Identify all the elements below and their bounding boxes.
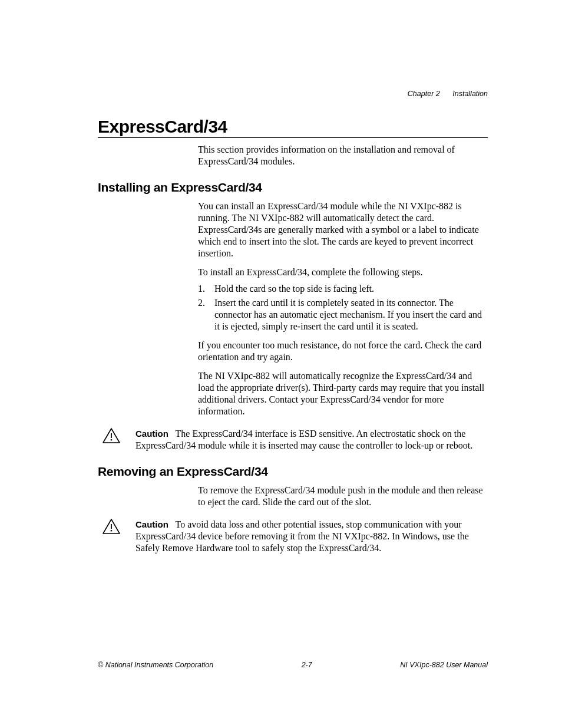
caution-label: Caution	[135, 519, 168, 529]
caution-label: Caution	[135, 429, 168, 439]
caution-icon	[103, 519, 135, 554]
caution-text: Caution The ExpressCard/34 interface is …	[135, 428, 488, 452]
page-title: ExpressCard/34	[98, 117, 488, 138]
caution-body: The ExpressCard/34 interface is ESD sens…	[135, 429, 472, 450]
caution-body: To avoid data loss and other potential i…	[135, 519, 469, 553]
running-header: Chapter 2 Installation	[408, 90, 488, 98]
caution-block: Caution To avoid data loss and other pot…	[103, 519, 488, 554]
body-paragraph: To install an ExpressCard/34, complete t…	[198, 266, 488, 278]
body-paragraph: The NI VXIpc-882 will automatically reco…	[198, 370, 488, 417]
section-heading-installing: Installing an ExpressCard/34	[98, 180, 488, 195]
footer-page-number: 2-7	[302, 661, 312, 669]
list-item: 2. Insert the card until it is completel…	[198, 297, 488, 332]
chapter-label: Chapter 2	[408, 90, 440, 98]
install-steps-list: 1. Hold the card so the top side is faci…	[198, 283, 488, 332]
footer-copyright: © National Instruments Corporation	[98, 661, 213, 669]
chapter-title: Installation	[452, 90, 488, 98]
svg-point-1	[111, 439, 113, 441]
step-text: Insert the card until it is completely s…	[214, 297, 488, 332]
section-heading-removing: Removing an ExpressCard/34	[98, 465, 488, 479]
body-paragraph: If you encounter too much resistance, do…	[198, 340, 488, 363]
svg-point-3	[111, 530, 113, 532]
body-paragraph: To remove the ExpressCard/34 module push…	[198, 485, 488, 508]
step-number: 2.	[198, 297, 214, 332]
step-text: Hold the card so the top side is facing …	[214, 283, 488, 295]
caution-text: Caution To avoid data loss and other pot…	[135, 519, 488, 554]
body-paragraph: You can install an ExpressCard/34 module…	[198, 200, 488, 259]
page-footer: © National Instruments Corporation 2-7 N…	[98, 661, 488, 669]
footer-manual-title: NI VXIpc-882 User Manual	[400, 661, 488, 669]
step-number: 1.	[198, 283, 214, 295]
list-item: 1. Hold the card so the top side is faci…	[198, 283, 488, 295]
intro-paragraph: This section provides information on the…	[198, 144, 488, 167]
caution-icon	[103, 428, 135, 452]
caution-block: Caution The ExpressCard/34 interface is …	[103, 428, 488, 452]
